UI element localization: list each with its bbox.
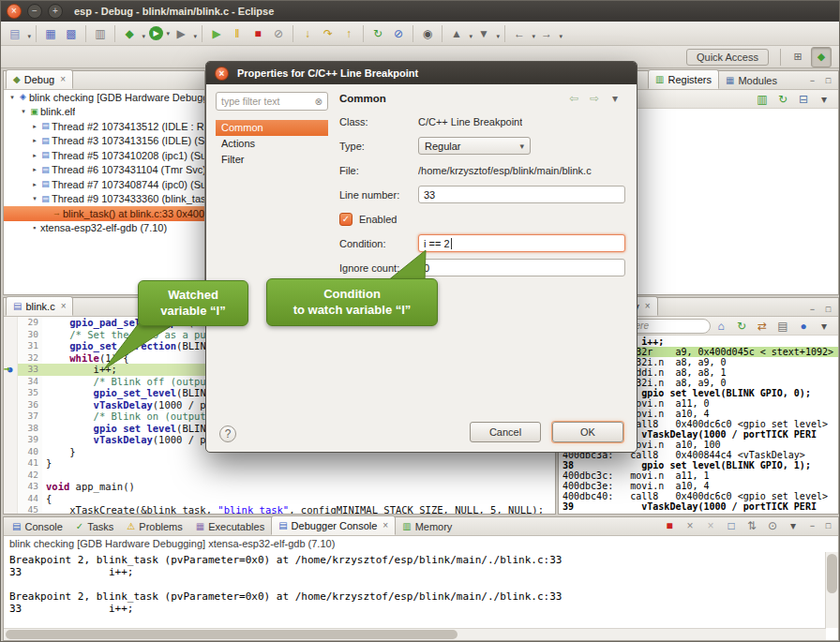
suspend-icon[interactable]: ‖ (228, 24, 247, 43)
debug-tree-item[interactable]: ▾▤Thread #9 1073433360 (blink_task) (4, 192, 204, 207)
breakpoint-ruler[interactable] (4, 446, 18, 458)
external-tools-icon[interactable]: ▶ (172, 24, 190, 43)
window-maximize-button[interactable]: + (48, 4, 63, 19)
sync-icon[interactable]: ⇄ (753, 317, 772, 336)
breakpoint-ruler[interactable] (4, 340, 18, 352)
breakpoint-ruler[interactable] (4, 504, 18, 514)
search-icon[interactable]: ◉ (418, 24, 437, 43)
breakpoint-ruler[interactable] (4, 376, 18, 388)
dialog-close-button[interactable]: × (215, 67, 229, 81)
tree-expand-arrow[interactable]: ▸ (30, 123, 39, 130)
disassembly-line[interactable]: 400dbc3c: movi.n a11, 1 (559, 470, 838, 481)
cancel-button[interactable]: Cancel (470, 422, 541, 442)
dialog-nav-actions[interactable]: Actions (216, 136, 328, 152)
breakpoint-ruler[interactable] (4, 411, 18, 423)
type-select[interactable]: Regular ▾ (418, 137, 531, 155)
tab-problems[interactable]: ⚠Problems (120, 517, 188, 535)
breakpoint-ruler[interactable] (4, 423, 18, 435)
breakpoint-ruler[interactable] (4, 457, 18, 470)
breakpoint-ruler[interactable] (4, 470, 18, 482)
nav-forward-icon[interactable]: ⇨ (585, 89, 604, 108)
code-line[interactable]: 42 (4, 470, 555, 482)
open-perspective-icon[interactable]: ⊞ (788, 48, 807, 67)
minimize-view-icon[interactable]: − (805, 303, 819, 316)
tab-close-icon[interactable]: × (61, 301, 67, 311)
tab-close-icon[interactable]: × (382, 520, 388, 530)
tab-memory[interactable]: ▥Memory (396, 517, 458, 535)
breakpoint-ruler[interactable] (4, 329, 18, 341)
disconnect-icon[interactable]: ⊘ (269, 24, 288, 43)
debug-tree-item[interactable]: ▸▤Thread #6 1073431104 (Tmr Svc) (Suspen… (4, 163, 204, 178)
refresh-icon[interactable]: ↻ (773, 90, 792, 109)
tree-expand-arrow[interactable]: ▾ (8, 94, 17, 101)
perspective-debug-icon[interactable]: ◆ (811, 47, 832, 67)
step-return-icon[interactable]: ↑ (339, 24, 358, 43)
maximize-view-icon[interactable]: □ (821, 519, 835, 532)
debug-tree-item[interactable]: ▸▤Thread #5 1073410208 (ipc1) (Suspended… (4, 148, 204, 163)
print-icon[interactable]: ▥ (91, 24, 110, 43)
debug-tree-item[interactable]: ▸▤Thread #2 1073413512 (IDLE : Running) (4, 119, 204, 134)
filter-input[interactable]: type filter text ⊗ (216, 92, 328, 111)
tab-registers[interactable]: ▥Registers (648, 69, 719, 89)
resume-icon[interactable]: ▶ (207, 24, 226, 43)
skip-breakpoints-icon[interactable]: ⊘ (389, 24, 408, 43)
dialog-nav-filter[interactable]: Filter (216, 152, 328, 168)
annotation-next-icon[interactable]: ▼ (474, 24, 493, 43)
view-menu-icon[interactable]: ▾ (815, 317, 833, 336)
tree-expand-arrow[interactable]: ▾ (30, 195, 39, 202)
code-text[interactable]: { (42, 493, 555, 505)
run-icon[interactable]: ▶ (149, 26, 163, 40)
save-all-icon[interactable]: ▩ (62, 24, 81, 43)
tab-tasks[interactable]: ✓Tasks (69, 517, 121, 535)
ignore-count-input[interactable]: 0 (418, 259, 625, 276)
debug-icon[interactable]: ◆ (120, 24, 139, 43)
console-vertical-scrollbar[interactable] (825, 552, 838, 628)
quick-access-button[interactable]: Quick Access (686, 49, 769, 66)
tree-expand-arrow[interactable]: ▸ (30, 152, 39, 159)
scroll-lock-icon[interactable]: ⇅ (742, 516, 761, 535)
debug-tree-item[interactable]: ▸▤Thread #3 1073413156 (IDLE) (Suspended… (4, 134, 204, 149)
debug-tree-item[interactable]: ▾▣blink.elf (4, 105, 204, 120)
pin-console-icon[interactable]: ⊙ (763, 516, 782, 535)
code-line[interactable]: 43void app_main() (4, 481, 555, 493)
tab-debugger-console[interactable]: ▤Debugger Console× (271, 515, 396, 535)
tab-console[interactable]: ▤Console (6, 517, 69, 535)
back-icon[interactable]: ← (510, 24, 529, 43)
scrollbar-thumb[interactable] (827, 554, 837, 593)
window-minimize-button[interactable]: − (27, 4, 42, 19)
breakpoint-ruler[interactable] (4, 399, 18, 411)
enabled-checkbox[interactable]: ✓ (339, 213, 352, 226)
disassembly-line[interactable]: 400dbc3e: movi.n a10, 4 (559, 481, 838, 491)
tree-expand-arrow[interactable]: ▾ (19, 108, 28, 115)
breakpoint-ruler[interactable] (4, 434, 18, 446)
save-icon[interactable]: ▦ (41, 24, 60, 43)
nav-back-icon[interactable]: ⇦ (564, 89, 583, 108)
terminate-icon[interactable]: ■ (660, 516, 679, 535)
show-columns-icon[interactable]: ▥ (753, 90, 772, 109)
condition-input[interactable]: i == 2 (418, 234, 625, 252)
disassembly-line[interactable]: 38 gpio_set_level(BLINK_GPIO, 1); (559, 460, 838, 470)
remove-all-launches-icon[interactable]: × (701, 516, 720, 535)
step-into-icon[interactable]: ↓ (298, 24, 317, 43)
view-menu-icon[interactable]: ▾ (606, 89, 624, 108)
annotation-prev-icon[interactable]: ▲ (447, 24, 466, 43)
breakpoint-ruler[interactable]: ●→ (4, 364, 18, 376)
minimize-view-icon[interactable]: − (805, 519, 819, 532)
breakpoint-ruler[interactable] (4, 387, 18, 399)
tab-blink-c[interactable]: ▤ blink.c × (6, 296, 73, 316)
window-close-button[interactable]: × (7, 4, 22, 19)
debug-tree-item[interactable]: ▪xtensa-esp32-elf-gdb (7.10) (4, 221, 204, 236)
maximize-view-icon[interactable]: □ (821, 303, 835, 316)
code-text[interactable]: xTaskCreate(&blink_task, "blink_task", c… (42, 504, 555, 514)
console-menu-icon[interactable]: ▾ (784, 516, 802, 535)
tab-close-icon[interactable]: × (60, 74, 66, 84)
code-line[interactable]: 41} (4, 457, 555, 470)
breakpoint-ruler[interactable] (4, 481, 18, 493)
minimize-view-icon[interactable]: − (805, 74, 819, 87)
tab-executables[interactable]: ▦Executables (189, 517, 271, 535)
remove-launch-icon[interactable]: × (681, 516, 699, 535)
disassembly-line[interactable]: 39 vTaskDelay(1000 / portTICK_PERI (559, 501, 838, 512)
collapse-all-icon[interactable]: ⊟ (794, 90, 813, 109)
code-text[interactable]: void app_main() (42, 481, 555, 493)
restart-icon[interactable]: ↻ (368, 24, 387, 43)
